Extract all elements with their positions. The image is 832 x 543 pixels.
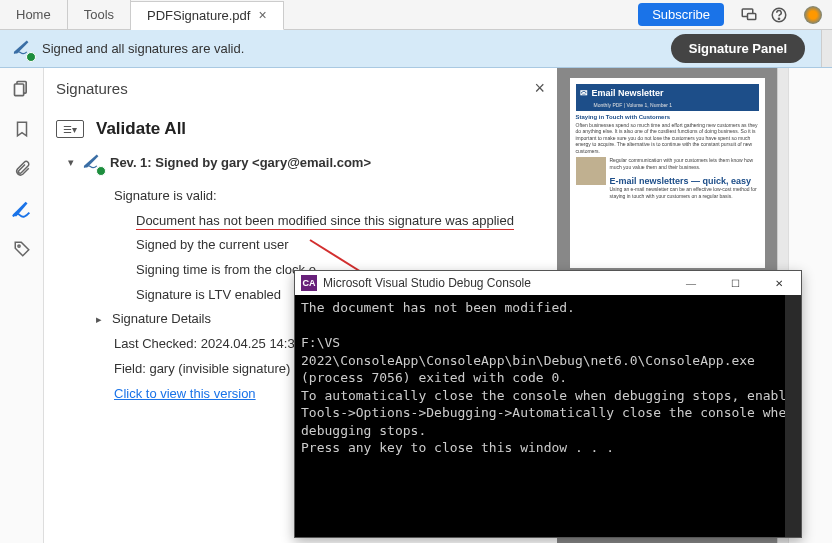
pages-icon[interactable]	[11, 78, 33, 100]
signature-banner: Signed and all signatures are valid. Sig…	[0, 30, 832, 68]
rev-signature-icon	[82, 153, 102, 172]
tab-tools-label: Tools	[84, 7, 114, 22]
tab-tools[interactable]: Tools	[68, 0, 131, 29]
console-output: The document has not been modified. F:\V…	[295, 295, 801, 537]
signature-icon[interactable]	[11, 198, 33, 220]
svg-rect-1	[748, 13, 756, 19]
revision-row[interactable]: ▾ Rev. 1: Signed by gary <gary@email.com…	[68, 153, 545, 172]
sig-details-line[interactable]: Signature Details	[112, 311, 211, 326]
bookmark-icon[interactable]	[11, 118, 33, 140]
subscribe-label: Subscribe	[652, 7, 710, 22]
tag-icon[interactable]	[11, 238, 33, 260]
tab-home-label: Home	[16, 7, 51, 22]
console-scrollbar[interactable]	[785, 295, 801, 537]
signature-valid-icon	[12, 39, 32, 58]
tab-home[interactable]: Home	[0, 0, 68, 29]
tab-file-label: PDFSignature.pdf	[147, 8, 250, 23]
sig-curuser-line: Signed by the current user	[114, 233, 545, 258]
banner-scrollbar[interactable]	[821, 30, 832, 67]
desktop-share-icon[interactable]	[734, 0, 764, 30]
help-icon[interactable]	[764, 0, 794, 30]
svg-rect-5	[14, 84, 23, 96]
thumb-sec1: Staying in Touch with Customers	[576, 114, 759, 122]
panel-title: Signatures	[56, 80, 128, 97]
close-icon[interactable]: ×	[258, 7, 266, 23]
maximize-button[interactable]: ☐	[713, 271, 757, 295]
console-title-text: Microsoft Visual Studio Debug Console	[323, 276, 531, 290]
chevron-right-icon[interactable]: ▸	[96, 309, 108, 330]
tab-file[interactable]: PDFSignature.pdf ×	[131, 1, 284, 30]
signature-panel-label: Signature Panel	[689, 41, 787, 56]
thumb-header: Email Newsletter	[592, 88, 664, 98]
debug-console-window: CA Microsoft Visual Studio Debug Console…	[294, 270, 802, 538]
revision-label: Rev. 1: Signed by gary <gary@email.com>	[110, 155, 371, 170]
svg-point-3	[778, 18, 779, 19]
left-rail	[0, 68, 44, 543]
vs-icon: CA	[301, 275, 317, 291]
sig-valid-line: Signature is valid:	[114, 184, 545, 209]
validate-all-button[interactable]: Validate All	[96, 119, 186, 139]
thumb-sub: Monthly PDF | Volume 1, Number 1	[576, 102, 759, 111]
chevron-down-icon: ▾	[68, 156, 74, 169]
console-titlebar[interactable]: CA Microsoft Visual Studio Debug Console…	[295, 271, 801, 295]
avatar[interactable]	[804, 6, 822, 24]
banner-text: Signed and all signatures are valid.	[42, 41, 244, 56]
thumb-sec2: E-mail newsletters — quick, easy	[610, 176, 759, 186]
panel-close-icon[interactable]: ×	[534, 78, 545, 99]
page-thumbnail[interactable]: ✉Email Newsletter Monthly PDF | Volume 1…	[570, 78, 765, 268]
close-button[interactable]: ✕	[757, 271, 801, 295]
attachment-icon[interactable]	[11, 158, 33, 180]
validate-icon[interactable]: ☰▾	[56, 120, 84, 138]
minimize-button[interactable]: —	[669, 271, 713, 295]
top-tab-bar: Home Tools PDFSignature.pdf × Subscribe	[0, 0, 832, 30]
signature-panel-button[interactable]: Signature Panel	[671, 34, 805, 63]
svg-point-6	[17, 245, 19, 247]
subscribe-button[interactable]: Subscribe	[638, 3, 724, 26]
view-version-link[interactable]: Click to view this version	[114, 386, 256, 401]
sig-notmodified-line: Document has not been modified since thi…	[136, 213, 514, 230]
